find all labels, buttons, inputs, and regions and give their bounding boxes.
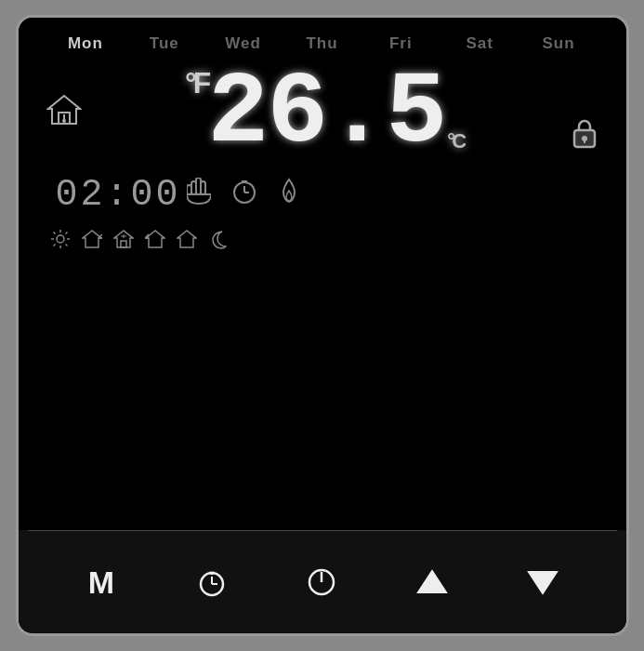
svg-rect-8	[201, 181, 205, 194]
svg-point-3	[62, 119, 66, 123]
svg-line-22	[65, 245, 67, 246]
day-sun: Sun	[535, 34, 582, 53]
svg-marker-32	[146, 231, 164, 247]
temperature-display: °F 26.5 °C	[181, 62, 463, 165]
day-sat: Sat	[456, 34, 503, 53]
mode-button[interactable]: M	[78, 559, 125, 605]
svg-point-16	[57, 235, 64, 243]
svg-marker-28	[114, 231, 133, 247]
svg-line-23	[65, 232, 67, 234]
thermostat-device: Mon Tue Wed Thu Fri Sat Sun °F	[16, 15, 629, 636]
hand-icon	[187, 178, 211, 212]
mode-row	[46, 229, 598, 254]
clock-button[interactable]	[189, 559, 235, 605]
return-home-icon	[145, 229, 165, 254]
svg-marker-25	[83, 231, 101, 247]
up-button[interactable]	[409, 559, 455, 605]
down-button[interactable]	[519, 559, 566, 605]
timer-icon	[231, 179, 257, 211]
time-display: 02:00	[50, 172, 187, 218]
at-home-icon	[113, 229, 134, 254]
temp-value: 26.5	[207, 62, 445, 165]
day-mon: Mon	[62, 34, 109, 53]
svg-rect-10	[187, 185, 191, 194]
svg-marker-44	[529, 572, 557, 593]
day-tue: Tue	[141, 34, 188, 53]
sleep-icon	[208, 229, 227, 254]
flame-icon	[278, 178, 300, 212]
away-home-icon	[177, 229, 197, 254]
display-area: Mon Tue Wed Thu Fri Sat Sun °F	[19, 18, 626, 530]
svg-rect-29	[121, 241, 126, 247]
info-row: 02:00	[46, 172, 598, 218]
info-icons	[187, 178, 300, 212]
home-icon	[46, 92, 82, 135]
button-row: M	[19, 531, 626, 633]
svg-marker-43	[418, 571, 446, 592]
unit-f: °F	[185, 68, 207, 98]
leave-home-icon	[82, 229, 102, 254]
lock-icon	[571, 117, 598, 155]
wake-icon	[50, 229, 71, 254]
svg-line-24	[53, 245, 55, 246]
unit-c: °C	[447, 131, 463, 152]
power-button[interactable]	[298, 559, 345, 605]
day-thu: Thu	[298, 34, 345, 53]
day-wed: Wed	[220, 34, 267, 53]
temperature-row: °F 26.5 °C	[46, 62, 598, 165]
days-row: Mon Tue Wed Thu Fri Sat Sun	[46, 34, 598, 53]
svg-marker-35	[177, 231, 196, 247]
day-fri: Fri	[377, 34, 424, 53]
svg-line-21	[53, 232, 55, 234]
